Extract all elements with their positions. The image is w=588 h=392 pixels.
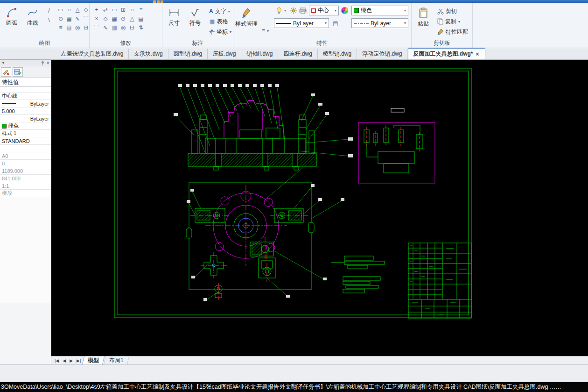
tool-icon[interactable]: ▤	[137, 14, 145, 23]
pin-icon[interactable]	[41, 61, 45, 65]
linetype-combo[interactable]: ByLayer▾	[274, 18, 329, 28]
match-brush-icon	[437, 29, 444, 35]
doc-tab[interactable]: 圆型销.dwg	[168, 49, 208, 59]
tool-icon[interactable]: ⇅	[137, 23, 145, 32]
last-tab-button[interactable]: ▶|	[75, 358, 82, 363]
tool-icon[interactable]: ≡	[137, 6, 145, 14]
titlebar-strip	[0, 0, 588, 3]
edit-cancel-button[interactable]	[1, 67, 11, 77]
match-properties-button[interactable]: 特性匹配	[435, 27, 470, 36]
cut-button[interactable]: 剪切	[435, 7, 470, 16]
ribbon-panel-properties: 样式管理 ≡▾ ▾ 中心▾	[233, 3, 412, 48]
collapse-icon[interactable]: ▼	[1, 61, 5, 65]
front-balloon-labels	[174, 84, 353, 157]
dimension-button[interactable]: 尺寸	[165, 6, 183, 29]
property-row-linetype-name[interactable]: 中心线	[0, 93, 51, 100]
doc-tab[interactable]: 棱型销.dwg	[318, 49, 357, 59]
text-button[interactable]: A文字▾	[207, 7, 233, 16]
property-row-standard[interactable]: STANDARD	[0, 137, 51, 145]
lineweight-list-icon[interactable]: ▤	[331, 19, 340, 28]
doc-tab[interactable]: 浮动定位销.dwg	[357, 49, 407, 59]
tool-icon[interactable]: ○	[128, 6, 136, 14]
tool-icon[interactable]: ◎	[119, 23, 127, 32]
tool-icon[interactable]: +	[92, 6, 101, 14]
bulb-icon	[276, 7, 282, 14]
tool-icon[interactable]: ⇄	[101, 6, 110, 14]
tool-icon[interactable]: ⌒	[92, 23, 101, 32]
tool-icon[interactable]: ▦	[65, 14, 73, 23]
doc-tab[interactable]: 四连杆.dwg	[278, 49, 317, 59]
tool-icon[interactable]: ▭	[110, 6, 119, 14]
color-combo[interactable]: 绿色▾	[351, 6, 408, 15]
tab-model[interactable]: 模型	[82, 356, 105, 364]
tool-icon[interactable]: /	[45, 7, 53, 15]
property-row-linetype[interactable]: ByLayer	[0, 100, 51, 107]
property-row-color[interactable]: 绿色	[0, 122, 51, 130]
first-tab-button[interactable]: |◀	[53, 358, 60, 363]
doc-tab[interactable]: 左盖铣镗夹具总装图.dwg	[56, 49, 129, 59]
list-menu-button[interactable]: ≡▾	[260, 26, 271, 36]
prev-tab-button[interactable]: ◀	[61, 358, 67, 363]
apply-settings-button[interactable]	[13, 67, 23, 77]
tool-icon[interactable]: △	[73, 6, 82, 14]
property-row-width[interactable]: 1189.000	[0, 167, 51, 175]
plot-icon[interactable]	[299, 7, 307, 14]
doc-tab[interactable]: 压板.dwg	[208, 49, 241, 59]
doc-tab-active[interactable]: 反面加工夹具总图.dwg*×	[408, 48, 485, 59]
tool-icon[interactable]: ◇	[101, 14, 110, 23]
doc-tab[interactable]: 支承块.dwg	[129, 49, 168, 59]
tool-icon[interactable]: ⊞	[119, 6, 127, 14]
close-palette-icon[interactable]: ×	[47, 60, 49, 65]
tool-icon[interactable]: ◇	[82, 6, 90, 14]
tool-icon[interactable]: ▥	[110, 23, 119, 32]
quick-access-icons	[153, 0, 163, 3]
tool-icon[interactable]: \	[45, 16, 53, 24]
tool-icon[interactable]: ▭	[56, 6, 65, 14]
tool-icon[interactable]: ⊙	[119, 14, 127, 23]
modify-tool-grid: +⇄▭⊞○≡×◇▦⊙△▤⌒∿▥◎⊟⇅	[92, 6, 146, 32]
color-wheel-icon[interactable]	[341, 7, 348, 14]
drawing-canvas[interactable]	[51, 60, 588, 356]
arc-button[interactable]: 圆弧	[3, 6, 21, 29]
layer-settings-icon[interactable]	[290, 7, 297, 14]
property-row-orientation[interactable]: 横放	[0, 190, 51, 197]
tool-icon[interactable]: ∿	[101, 23, 110, 32]
tool-icon[interactable]: ▦	[110, 14, 119, 23]
layer-combo[interactable]: 中心▾	[309, 6, 339, 15]
copy-button[interactable]: 复制▾	[435, 17, 470, 26]
property-row-lineweight[interactable]: 5.000	[0, 107, 51, 115]
doc-tab[interactable]: 销轴II.dwg	[241, 49, 278, 59]
close-tab-icon[interactable]: ×	[476, 51, 480, 57]
coordinate-button[interactable]: 坐标▾	[207, 27, 233, 36]
next-tab-button[interactable]: ▶	[68, 358, 74, 363]
tool-icon[interactable]: ○	[65, 6, 73, 14]
arc-icon	[7, 7, 17, 18]
ribbon: 圆弧 曲线 /\ ▭○△◇⊙▦∿⌒≡▤◎⊞ 绘图 +⇄▭⊞○≡×◇▦⊙△▤⌒∿▥…	[0, 3, 588, 48]
property-row-height[interactable]: 841.000	[0, 175, 51, 182]
property-row-scale[interactable]: 1:1	[0, 182, 51, 190]
style-manager-button[interactable]: 样式管理	[236, 6, 257, 30]
layer-color-icon	[311, 8, 316, 13]
tool-icon[interactable]: ⌒	[82, 14, 90, 23]
tab-layout1[interactable]: 布局1	[104, 356, 129, 364]
tool-icon[interactable]: ×	[92, 14, 101, 23]
table-button[interactable]: ▦表格	[207, 17, 233, 26]
symbol-button[interactable]: 符号	[186, 6, 204, 29]
tool-icon[interactable]: △	[128, 14, 136, 23]
lineweight-combo[interactable]: ByLayer▾	[351, 18, 408, 28]
tool-icon[interactable]: ≡	[56, 23, 65, 32]
property-row-bylayer[interactable]: ByLayer	[0, 115, 51, 122]
tool-icon[interactable]: ⊙	[56, 14, 65, 23]
tool-icon[interactable]: ∿	[73, 14, 82, 23]
property-row-paper[interactable]: A0	[0, 152, 51, 160]
tool-icon[interactable]: ◎	[73, 23, 82, 32]
spline-button[interactable]: 曲线	[24, 6, 42, 29]
property-row-style[interactable]: 样式 1	[0, 130, 51, 137]
property-row-zero[interactable]: 0	[0, 160, 51, 167]
tool-icon[interactable]: ⊟	[128, 23, 136, 32]
paste-button[interactable]: 粘贴	[414, 6, 432, 30]
tool-icon[interactable]: ⊞	[82, 23, 90, 32]
line-tools: /\	[45, 6, 53, 24]
tool-icon[interactable]: ▤	[65, 23, 73, 32]
layer-on-button[interactable]: ▾	[274, 6, 288, 15]
